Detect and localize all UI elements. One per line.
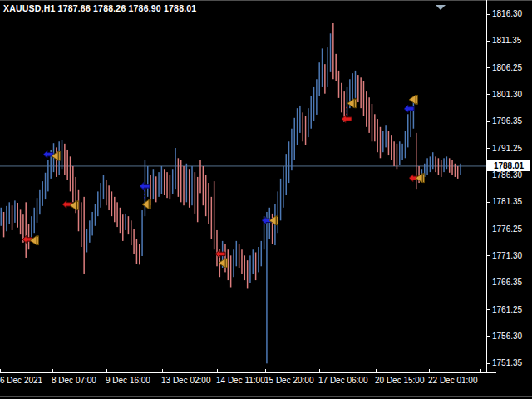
signal-flag-icon[interactable]: [142, 200, 150, 209]
price-bar: [205, 175, 207, 216]
price-axis-label: 1816.30: [492, 9, 522, 18]
price-bar: [33, 208, 35, 233]
price-bar: [189, 169, 190, 208]
price-bar: [247, 260, 249, 288]
price-axis-label: 1781.35: [492, 197, 522, 206]
price-axis-line: [486, 0, 487, 373]
price-bar: [460, 164, 461, 175]
price-bar: [341, 83, 342, 113]
sell-signal-arrow-icon[interactable]: [342, 116, 352, 123]
price-bar: [293, 118, 295, 160]
price-bar: [432, 152, 434, 169]
price-bar: [283, 166, 284, 208]
buy-signal-arrow-icon[interactable]: [43, 150, 53, 158]
price-bar: [164, 169, 165, 195]
price-bar: [42, 181, 43, 206]
time-axis-tick: [376, 369, 377, 372]
price-bar: [244, 255, 246, 280]
price-bar: [197, 177, 199, 222]
price-bar: [228, 249, 229, 280]
price-bar: [399, 141, 401, 165]
signal-flag-icon[interactable]: [347, 99, 356, 108]
price-bar: [335, 54, 337, 81]
signal-flag-icon[interactable]: [416, 174, 424, 183]
price-bar: [111, 191, 113, 216]
price-bar: [14, 200, 16, 223]
price-bar: [8, 202, 10, 224]
price-bar: [377, 119, 378, 152]
price-bar: [253, 249, 254, 274]
price-bar: [120, 208, 121, 233]
price-bar: [180, 160, 182, 202]
price-axis-tick: [486, 41, 490, 42]
price-bar: [407, 114, 409, 147]
price-bar: [81, 202, 82, 247]
price-bar: [114, 197, 116, 222]
price-bar: [426, 158, 428, 175]
price-bar: [455, 164, 456, 177]
time-axis-tick: [429, 369, 430, 372]
price-bar: [430, 156, 431, 172]
time-axis-label: 9 Dec 16:00: [106, 376, 150, 385]
price-bar: [195, 172, 196, 214]
price-axis-tick: [486, 94, 490, 95]
time-axis-tick: [319, 369, 320, 372]
price-bar: [236, 241, 238, 266]
buy-signal-arrow-icon[interactable]: [404, 105, 414, 112]
price-bar: [443, 158, 445, 172]
price-bar: [216, 230, 218, 266]
time-axis-tick: [217, 369, 218, 372]
price-bar: [280, 179, 282, 220]
price-bar: [332, 23, 334, 79]
time-axis-label: 22 Dec 01:00: [428, 376, 478, 385]
price-bar: [131, 220, 132, 245]
price-bar: [25, 202, 27, 258]
price-bar: [108, 185, 110, 210]
signal-flag-icon[interactable]: [269, 216, 278, 225]
time-axis-tick: [0, 369, 1, 372]
chart-canvas[interactable]: [0, 0, 486, 373]
price-bar: [62, 140, 63, 169]
price-bar: [211, 197, 213, 239]
time-axis-tick: [52, 369, 53, 372]
time-axis-label: 13 Dec 02:00: [161, 376, 211, 385]
price-bar: [106, 180, 107, 205]
price-axis-tick: [486, 14, 490, 15]
price-axis-tick: [486, 67, 490, 68]
price-bar: [136, 239, 138, 264]
price-bar: [368, 97, 370, 133]
price-bar: [330, 33, 332, 72]
price-bar: [200, 160, 201, 193]
time-axis-label: 20 Dec 15:00: [375, 376, 425, 385]
price-axis-tick: [486, 309, 490, 310]
price-bar: [366, 91, 367, 127]
price-bar: [83, 197, 85, 274]
price-bar: [86, 229, 88, 252]
price-bar: [89, 220, 91, 243]
price-bar: [305, 116, 307, 145]
price-bar: [183, 166, 185, 205]
signal-flag-icon[interactable]: [409, 95, 417, 104]
price-bar: [435, 156, 436, 172]
chart-shift-marker-icon[interactable]: [436, 5, 446, 10]
price-bar: [285, 154, 287, 195]
price-axis-label: 1756.30: [492, 332, 522, 341]
price-bar: [125, 214, 126, 230]
price-bar: [308, 108, 309, 137]
current-price-box: 1788.01: [487, 160, 530, 171]
time-axis-tick: [265, 369, 266, 372]
price-bar: [141, 210, 143, 256]
price-bar: [355, 71, 357, 98]
price-bar: [441, 160, 442, 177]
price-bar: [155, 176, 157, 202]
price-bar: [233, 249, 234, 277]
price-bar: [310, 96, 312, 128]
price-bar: [6, 206, 7, 231]
price-bar: [266, 212, 268, 363]
price-bar: [261, 241, 263, 266]
price-bar: [322, 48, 323, 87]
price-bar: [374, 114, 376, 141]
time-axis-tick: [106, 369, 107, 372]
price-bar: [37, 198, 38, 223]
price-bar: [147, 166, 149, 197]
